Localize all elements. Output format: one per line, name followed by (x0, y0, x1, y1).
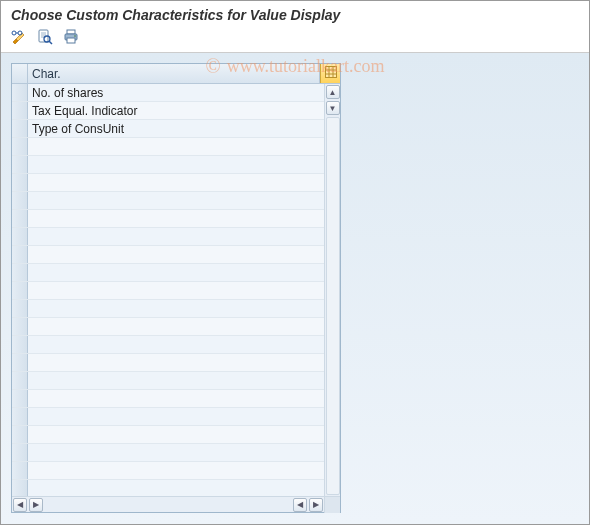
cell-char[interactable] (28, 480, 324, 496)
chevron-right-icon: ▶ (33, 500, 39, 509)
table-row[interactable] (12, 246, 324, 264)
table-row[interactable] (12, 228, 324, 246)
table-row[interactable] (12, 138, 324, 156)
row-selector[interactable] (12, 408, 28, 425)
table-row[interactable] (12, 462, 324, 480)
cell-char[interactable] (28, 174, 324, 191)
svg-point-12 (74, 35, 76, 37)
row-selector[interactable] (12, 444, 28, 461)
row-selector[interactable] (12, 480, 28, 496)
cell-char[interactable] (28, 318, 324, 335)
cell-char[interactable] (28, 264, 324, 281)
pencil-glasses-icon (11, 29, 27, 48)
chevron-down-icon: ▼ (329, 104, 337, 113)
table-row[interactable] (12, 354, 324, 372)
chevron-up-icon: ▲ (329, 88, 337, 97)
chevron-left-icon: ◀ (17, 500, 23, 509)
row-selector[interactable] (12, 336, 28, 353)
table-row[interactable] (12, 426, 324, 444)
row-selector[interactable] (12, 318, 28, 335)
horizontal-scrollbar[interactable]: ◀ ▶ ◀ ▶ (12, 496, 340, 512)
grid-select-all-corner[interactable] (12, 64, 28, 83)
cell-char[interactable] (28, 246, 324, 263)
table-row[interactable]: No. of shares (12, 84, 324, 102)
table-row[interactable] (12, 210, 324, 228)
grid-column-header-char[interactable]: Char. (28, 64, 320, 83)
cell-char[interactable]: Tax Equal. Indicator (28, 102, 324, 119)
table-row[interactable] (12, 264, 324, 282)
cell-char[interactable]: Type of ConsUnit (28, 120, 324, 137)
cell-char[interactable]: No. of shares (28, 84, 324, 101)
row-selector[interactable] (12, 426, 28, 443)
scroll-left-end-button[interactable]: ◀ (293, 498, 307, 512)
vertical-scrollbar[interactable]: ▲ ▼ (324, 84, 340, 496)
row-selector[interactable] (12, 372, 28, 389)
scroll-left-button[interactable]: ◀ (13, 498, 27, 512)
scroll-right-end-button[interactable]: ▶ (309, 498, 323, 512)
row-selector[interactable] (12, 84, 28, 101)
toolbar (1, 27, 589, 53)
table-row[interactable] (12, 444, 324, 462)
cell-char[interactable] (28, 336, 324, 353)
cell-char[interactable] (28, 300, 324, 317)
chevron-right-icon: ▶ (313, 500, 319, 509)
row-selector[interactable] (12, 264, 28, 281)
scrollbar-track[interactable] (326, 117, 340, 495)
table-row[interactable] (12, 174, 324, 192)
row-selector[interactable] (12, 354, 28, 371)
table-row[interactable] (12, 192, 324, 210)
grid-header-row: Char. (12, 64, 340, 84)
table-row[interactable] (12, 336, 324, 354)
table-row[interactable] (12, 318, 324, 336)
row-selector[interactable] (12, 156, 28, 173)
cell-char[interactable] (28, 156, 324, 173)
row-selector[interactable] (12, 138, 28, 155)
svg-point-1 (18, 31, 22, 35)
table-row[interactable] (12, 282, 324, 300)
cell-char[interactable] (28, 390, 324, 407)
cell-char[interactable] (28, 462, 324, 479)
row-selector[interactable] (12, 120, 28, 137)
row-selector[interactable] (12, 228, 28, 245)
content-area: ©www.tutorialkart.com Char. (1, 53, 589, 524)
grid-configure-button[interactable] (320, 64, 340, 83)
row-selector[interactable] (12, 282, 28, 299)
cell-char[interactable] (28, 138, 324, 155)
row-selector[interactable] (12, 390, 28, 407)
row-selector[interactable] (12, 462, 28, 479)
scroll-up-button[interactable]: ▲ (326, 85, 340, 99)
scroll-right-button[interactable]: ▶ (29, 498, 43, 512)
row-selector[interactable] (12, 300, 28, 317)
cell-char[interactable] (28, 354, 324, 371)
svg-point-0 (12, 31, 16, 35)
find-button[interactable] (35, 29, 55, 49)
row-selector[interactable] (12, 192, 28, 209)
row-selector[interactable] (12, 102, 28, 119)
grid-body: No. of sharesTax Equal. IndicatorType of… (12, 84, 324, 496)
printer-icon (63, 29, 79, 48)
cell-char[interactable] (28, 282, 324, 299)
cell-char[interactable] (28, 210, 324, 227)
cell-char[interactable] (28, 228, 324, 245)
table-row[interactable] (12, 390, 324, 408)
table-row[interactable] (12, 408, 324, 426)
row-selector[interactable] (12, 174, 28, 191)
edit-button[interactable] (9, 29, 29, 49)
row-selector[interactable] (12, 246, 28, 263)
print-button[interactable] (61, 29, 81, 49)
cell-char[interactable] (28, 408, 324, 425)
table-row[interactable]: Tax Equal. Indicator (12, 102, 324, 120)
page-title: Choose Custom Characteristics for Value … (1, 1, 589, 27)
cell-char[interactable] (28, 192, 324, 209)
table-row[interactable] (12, 156, 324, 174)
table-row[interactable] (12, 480, 324, 496)
scroll-down-button[interactable]: ▼ (326, 101, 340, 115)
cell-char[interactable] (28, 444, 324, 461)
cell-char[interactable] (28, 372, 324, 389)
row-selector[interactable] (12, 210, 28, 227)
cell-char[interactable] (28, 426, 324, 443)
svg-rect-13 (325, 67, 336, 78)
table-row[interactable] (12, 300, 324, 318)
table-row[interactable]: Type of ConsUnit (12, 120, 324, 138)
table-row[interactable] (12, 372, 324, 390)
